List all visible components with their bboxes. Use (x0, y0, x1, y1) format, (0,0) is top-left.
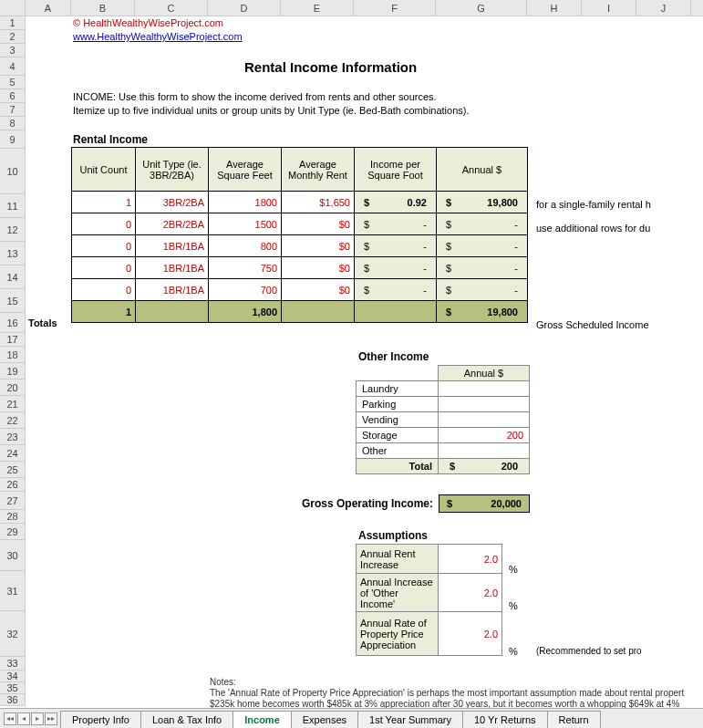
table-row: 0 1BR/1BA 800 $0 $- $- (72, 235, 528, 257)
tab-10yr-returns[interactable]: 10 Yr Returns (462, 711, 548, 728)
description-line-2: Itemize up to five individual units or g… (73, 105, 470, 116)
goi-value: $20,000 (439, 494, 530, 513)
header-unit-count: Unit Count (72, 148, 136, 192)
rental-income-table: Unit Count Unit Type (ie. 3BR/2BA) Avera… (71, 147, 528, 323)
tab-nav-prev-icon[interactable]: ◂ (17, 712, 30, 725)
tab-nav-first-icon[interactable]: ◂◂ (4, 712, 16, 725)
tab-nav-last-icon[interactable]: ▸▸ (45, 712, 57, 725)
tab-loan-tax-info[interactable]: Loan & Tax Info (140, 711, 233, 728)
tab-expenses[interactable]: Expenses (291, 711, 358, 728)
table-row: Other (357, 443, 530, 459)
table-row: Laundry (357, 381, 530, 397)
table-row: 1 3BR/2BA 1800 $1,650 $0.92 $19,800 (72, 192, 528, 213)
other-total-row: Total$200 (357, 459, 530, 474)
notes-label: Notes: (210, 677, 236, 687)
other-annual-header: Annual $ (439, 366, 530, 381)
tab-nav-next-icon[interactable]: ▸ (31, 712, 44, 725)
table-row: 0 2BR/2BA 1500 $0 $- $- (72, 213, 528, 235)
cell-income-sqft: $0.92 (355, 192, 437, 213)
cell-annual: $19,800 (437, 192, 528, 213)
table-row: 0 1BR/1BA 700 $0 $- $- (72, 279, 528, 301)
notes-text: The 'Annual Rate of Property Price Appre… (210, 688, 702, 708)
percent-icon: % (509, 646, 518, 657)
cell-sqft[interactable]: 1800 (209, 192, 282, 213)
goi-label: Gross Operating Income: (274, 497, 433, 510)
tab-return[interactable]: Return (547, 711, 601, 728)
table-row: Annual Increase of 'Other Income'2.0 (357, 574, 502, 612)
gross-scheduled-label: Gross Scheduled Income (536, 319, 649, 330)
tab-1st-year-summary[interactable]: 1st Year Summary (357, 711, 463, 728)
tab-income[interactable]: Income (233, 711, 292, 729)
table-row: 0 1BR/1BA 750 $0 $- $- (72, 257, 528, 279)
header-unit-type: Unit Type (ie. 3BR/2BA) (136, 148, 209, 192)
percent-icon: % (509, 600, 518, 611)
totals-sqft: 1,800 (209, 301, 282, 323)
header-sqft: Average Square Feet (209, 148, 282, 192)
header-annual: Annual $ (437, 148, 528, 192)
totals-label: Totals (28, 317, 57, 328)
table-row: Annual Rent Increase2.0 (357, 545, 502, 574)
assumptions-label: Assumptions (358, 529, 428, 542)
percent-icon: % (509, 564, 518, 575)
website-link[interactable]: www.HealthyWealthyWiseProject.com (73, 31, 243, 42)
row-headers: 123 4 567 89 10 11 12 13 14 15 16 17 18 … (0, 16, 26, 706)
note-row-2: use additional rows for du (536, 223, 650, 234)
totals-count: 1 (72, 301, 136, 323)
cell-unit-type[interactable]: 3BR/2BA (136, 192, 209, 213)
table-row: Storage200 (357, 428, 530, 443)
column-headers: A B C D E F G H I J (0, 0, 703, 16)
copyright-text: © HealthWealthyWiseProject.com (73, 17, 223, 28)
table-row: Annual Rate of Property Price Appreciati… (357, 612, 502, 656)
cell-rent[interactable]: $1,650 (282, 192, 355, 213)
other-income-label: Other Income (358, 350, 429, 363)
header-income-sqft: Income per Square Foot (355, 148, 437, 192)
note-row-1: for a single-family rental h (536, 199, 651, 210)
header-rent: Average Monthly Rent (282, 148, 355, 192)
page-title: Rental Income Information (244, 59, 417, 75)
rental-income-label: Rental Income (73, 133, 148, 146)
cell-unit-count[interactable]: 1 (72, 192, 136, 213)
table-row: Vending (357, 412, 530, 428)
description-line-1: INCOME: Use this form to show the income… (73, 91, 437, 102)
other-income-table: Annual $ Laundry Parking Vending Storage… (356, 365, 530, 474)
sheet-tab-bar: ◂◂ ◂ ▸ ▸▸ Property Info Loan & Tax Info … (0, 708, 703, 728)
assumption-note: (Recommended to set pro (536, 646, 642, 656)
totals-annual: $19,800 (437, 301, 528, 323)
tab-property-info[interactable]: Property Info (60, 711, 141, 728)
assumptions-table: Annual Rent Increase2.0 Annual Increase … (356, 544, 502, 656)
totals-row: 1 1,800 $19,800 (72, 301, 528, 323)
table-row: Parking (357, 397, 530, 412)
